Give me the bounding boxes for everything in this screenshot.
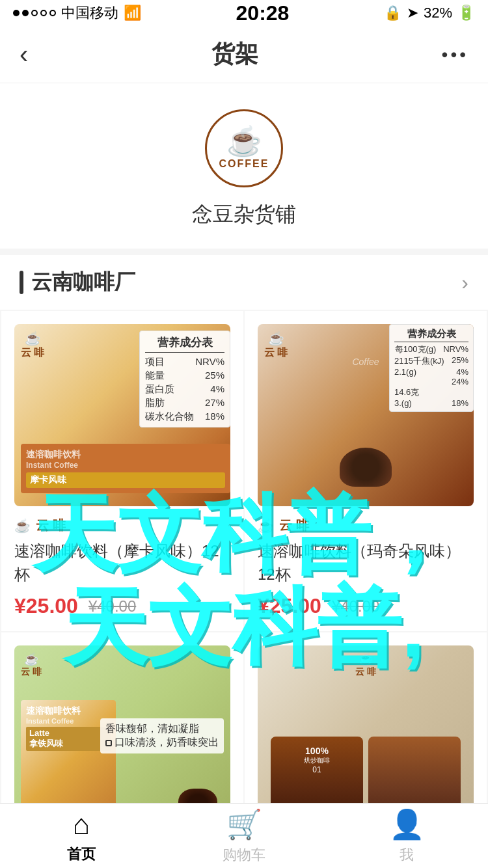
product-brand-marygold: ☕ 云 啡	[258, 517, 474, 534]
tab-cart-label: 购物车	[223, 845, 265, 865]
cart-icon: 🛒	[226, 807, 262, 841]
status-left: 中国移动 📶	[13, 3, 141, 23]
product-name-marygold: 速溶咖啡饮料（玛奇朵风味）12杯	[258, 539, 474, 586]
product-grid: ☕ 云 啡 速溶咖啡饮料 Instant Coffee 摩卡风味 营养成分表 项…	[0, 310, 488, 852]
coffee-text-label: COFFEE	[219, 158, 269, 170]
product-card-mocha[interactable]: ☕ 云 啡 速溶咖啡饮料 Instant Coffee 摩卡风味 营养成分表 项…	[1, 311, 243, 631]
store-logo: ☕ COFFEE	[205, 109, 283, 187]
more-button[interactable]: •••	[442, 44, 468, 65]
product-image-marygold: ☕ 云 啡 Coffee 营养成分表 每100克(g) NRV% 2115千焦(…	[258, 324, 474, 506]
price-current-mocha: ¥25.00	[14, 594, 78, 618]
battery-icon: 🔋	[457, 5, 475, 21]
title-bar-decoration	[20, 271, 23, 294]
store-header: ☕ COFFEE 念豆杂货铺	[0, 83, 488, 249]
home-icon: ⌂	[73, 808, 90, 841]
tab-cart[interactable]: 🛒 购物车	[163, 807, 325, 865]
nutrition-overlay-2: 营养成分表 每100克(g) NRV% 2115千焦(kJ)25% 2.1(g)…	[389, 324, 474, 412]
section-header[interactable]: 云南咖啡厂 ›	[0, 249, 488, 310]
price-original-mocha: ¥40.00	[88, 597, 136, 616]
price-row-marygold: ¥25.00 ¥40.00	[258, 594, 474, 618]
product-name-mocha: 速溶咖啡饮料（摩卡风味）12杯	[14, 539, 230, 586]
section-title-text: 云南咖啡厂	[31, 268, 135, 297]
signal-dot-4	[40, 10, 47, 16]
signal-dots	[13, 10, 56, 16]
nutrition-overlay-1: 营养成分表 项目NRV% 能量25% 蛋白质4% 脂肪27% 碳水化合物18%	[139, 331, 230, 427]
price-row-mocha: ¥25.00 ¥40.00	[14, 594, 230, 618]
lock-icon: 🔒	[384, 5, 401, 21]
store-name: 念豆杂货铺	[192, 200, 296, 229]
user-icon: 👤	[389, 807, 425, 841]
nutrition-title-1: 营养成分表	[145, 335, 224, 353]
time-display: 20:28	[236, 1, 290, 25]
tab-profile-label: 我	[400, 845, 414, 865]
product-image-mocha: ☕ 云 啡 速溶咖啡饮料 Instant Coffee 摩卡风味 营养成分表 项…	[14, 324, 230, 506]
section-arrow-icon[interactable]: ›	[461, 271, 468, 295]
tab-bar: ⌂ 首页 🛒 购物车 👤 我	[0, 803, 488, 868]
tab-home[interactable]: ⌂ 首页	[0, 808, 163, 864]
coffee-beans-icon: ☕	[226, 127, 262, 156]
signal-dot-5	[49, 10, 56, 16]
status-right: 🔒 ➤ 32% 🔋	[384, 5, 475, 21]
tab-profile[interactable]: 👤 我	[325, 807, 488, 865]
back-button[interactable]: ‹	[20, 40, 28, 69]
location-icon: ➤	[407, 5, 418, 21]
signal-dot-1	[13, 10, 20, 16]
signal-dot-2	[22, 10, 29, 16]
price-original-marygold: ¥40.00	[332, 597, 379, 616]
product-card-marygold[interactable]: ☕ 云 啡 Coffee 营养成分表 每100克(g) NRV% 2115千焦(…	[245, 311, 487, 631]
product-image-latte: ☕ 云 啡 速溶咖啡饮料 Instant Coffee Latte拿铁风味 香味…	[14, 645, 230, 828]
wifi-icon: 📶	[124, 5, 141, 21]
carrier-label: 中国移动	[61, 3, 118, 23]
product-brand-mocha: ☕ 云 啡	[14, 517, 230, 534]
signal-dot-3	[31, 10, 38, 16]
product-grid-container: ☕ 云 啡 速溶咖啡饮料 Instant Coffee 摩卡风味 营养成分表 项…	[0, 310, 488, 852]
section-title: 云南咖啡厂	[20, 268, 135, 297]
product-image-roast: ☕ 云 啡 100% 烘炒咖啡 01	[258, 645, 474, 828]
nav-bar: ‹ 货架 •••	[0, 26, 488, 83]
status-bar: 中国移动 📶 20:28 🔒 ➤ 32% 🔋	[0, 0, 488, 26]
tab-home-label: 首页	[67, 845, 96, 864]
page-title: 货架	[211, 38, 258, 70]
battery-label: 32%	[424, 5, 452, 21]
price-current-marygold: ¥25.00	[258, 594, 321, 618]
